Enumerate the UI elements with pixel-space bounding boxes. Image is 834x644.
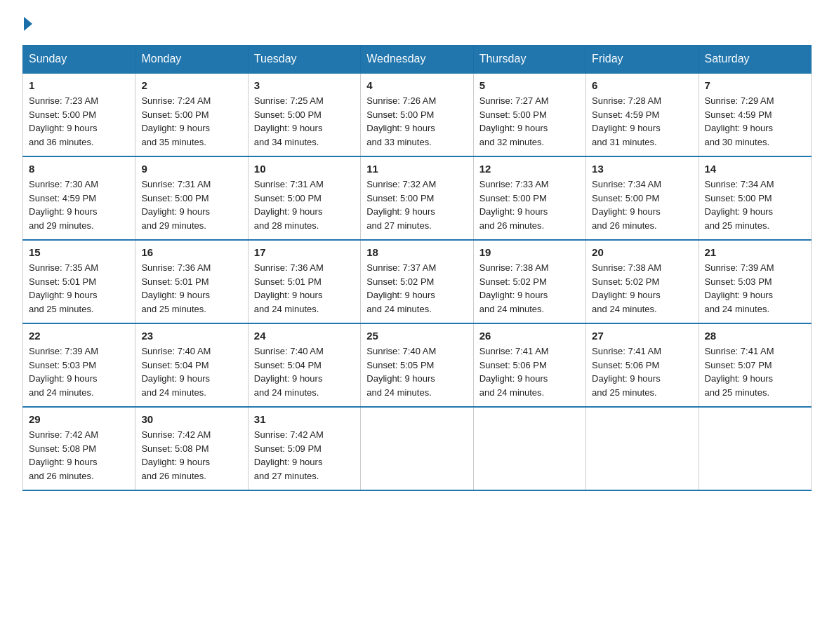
page-header — [22, 17, 812, 31]
calendar-cell: 6Sunrise: 7:28 AMSunset: 4:59 PMDaylight… — [586, 73, 699, 156]
calendar-cell: 17Sunrise: 7:36 AMSunset: 5:01 PMDayligh… — [248, 240, 360, 323]
day-info: Sunrise: 7:40 AMSunset: 5:04 PMDaylight:… — [254, 344, 355, 399]
day-info: Sunrise: 7:39 AMSunset: 5:03 PMDaylight:… — [705, 261, 805, 316]
day-info: Sunrise: 7:23 AMSunset: 5:00 PMDaylight:… — [29, 94, 129, 149]
calendar-cell: 5Sunrise: 7:27 AMSunset: 5:00 PMDaylight… — [473, 73, 585, 156]
calendar-cell: 10Sunrise: 7:31 AMSunset: 5:00 PMDayligh… — [248, 156, 360, 240]
day-number: 22 — [29, 330, 129, 342]
day-number: 28 — [705, 330, 805, 342]
day-info: Sunrise: 7:26 AMSunset: 5:00 PMDaylight:… — [366, 94, 467, 149]
day-number: 16 — [141, 246, 241, 258]
day-info: Sunrise: 7:24 AMSunset: 5:00 PMDaylight:… — [141, 94, 241, 149]
day-number: 27 — [592, 330, 692, 342]
day-number: 25 — [366, 330, 467, 342]
day-number: 7 — [705, 79, 805, 91]
day-number: 2 — [141, 79, 241, 91]
calendar-week-1: 1Sunrise: 7:23 AMSunset: 5:00 PMDaylight… — [23, 73, 812, 156]
calendar-cell: 12Sunrise: 7:33 AMSunset: 5:00 PMDayligh… — [473, 156, 585, 240]
calendar-cell: 30Sunrise: 7:42 AMSunset: 5:08 PMDayligh… — [135, 407, 248, 490]
day-info: Sunrise: 7:42 AMSunset: 5:09 PMDaylight:… — [254, 428, 355, 483]
day-number: 9 — [141, 163, 241, 175]
day-number: 3 — [254, 79, 355, 91]
day-info: Sunrise: 7:31 AMSunset: 5:00 PMDaylight:… — [254, 177, 355, 232]
day-info: Sunrise: 7:40 AMSunset: 5:04 PMDaylight:… — [141, 344, 241, 399]
day-number: 12 — [479, 163, 580, 175]
calendar-cell: 8Sunrise: 7:30 AMSunset: 4:59 PMDaylight… — [23, 156, 135, 240]
header-friday: Friday — [586, 46, 699, 74]
day-number: 11 — [366, 163, 467, 175]
day-info: Sunrise: 7:38 AMSunset: 5:02 PMDaylight:… — [479, 261, 580, 316]
day-info: Sunrise: 7:41 AMSunset: 5:06 PMDaylight:… — [592, 344, 692, 399]
day-info: Sunrise: 7:41 AMSunset: 5:07 PMDaylight:… — [705, 344, 805, 399]
calendar-cell: 31Sunrise: 7:42 AMSunset: 5:09 PMDayligh… — [248, 407, 360, 490]
day-number: 8 — [29, 163, 129, 175]
day-number: 15 — [29, 246, 129, 258]
day-number: 31 — [254, 413, 355, 425]
day-info: Sunrise: 7:30 AMSunset: 4:59 PMDaylight:… — [29, 177, 129, 232]
day-info: Sunrise: 7:41 AMSunset: 5:06 PMDaylight:… — [479, 344, 580, 399]
header-thursday: Thursday — [473, 46, 585, 74]
calendar-cell: 3Sunrise: 7:25 AMSunset: 5:00 PMDaylight… — [248, 73, 360, 156]
logo — [22, 17, 34, 31]
calendar-week-4: 22Sunrise: 7:39 AMSunset: 5:03 PMDayligh… — [23, 323, 812, 407]
day-info: Sunrise: 7:39 AMSunset: 5:03 PMDaylight:… — [29, 344, 129, 399]
calendar-cell — [361, 407, 473, 490]
day-number: 24 — [254, 330, 355, 342]
calendar-cell: 26Sunrise: 7:41 AMSunset: 5:06 PMDayligh… — [473, 323, 585, 407]
day-number: 14 — [705, 163, 805, 175]
logo-arrow-icon — [24, 17, 32, 31]
day-number: 6 — [592, 79, 692, 91]
calendar-cell: 2Sunrise: 7:24 AMSunset: 5:00 PMDaylight… — [135, 73, 248, 156]
header-saturday: Saturday — [699, 46, 811, 74]
day-number: 29 — [29, 413, 129, 425]
day-info: Sunrise: 7:34 AMSunset: 5:00 PMDaylight:… — [705, 177, 805, 232]
day-info: Sunrise: 7:42 AMSunset: 5:08 PMDaylight:… — [29, 428, 129, 483]
calendar-cell: 29Sunrise: 7:42 AMSunset: 5:08 PMDayligh… — [23, 407, 135, 490]
calendar-week-3: 15Sunrise: 7:35 AMSunset: 5:01 PMDayligh… — [23, 240, 812, 323]
calendar-cell: 11Sunrise: 7:32 AMSunset: 5:00 PMDayligh… — [361, 156, 473, 240]
calendar-cell: 13Sunrise: 7:34 AMSunset: 5:00 PMDayligh… — [586, 156, 699, 240]
day-info: Sunrise: 7:34 AMSunset: 5:00 PMDaylight:… — [592, 177, 692, 232]
calendar-cell: 9Sunrise: 7:31 AMSunset: 5:00 PMDaylight… — [135, 156, 248, 240]
calendar-cell: 14Sunrise: 7:34 AMSunset: 5:00 PMDayligh… — [699, 156, 811, 240]
calendar-cell: 4Sunrise: 7:26 AMSunset: 5:00 PMDaylight… — [361, 73, 473, 156]
calendar-week-2: 8Sunrise: 7:30 AMSunset: 4:59 PMDaylight… — [23, 156, 812, 240]
day-info: Sunrise: 7:36 AMSunset: 5:01 PMDaylight:… — [141, 261, 241, 316]
day-number: 17 — [254, 246, 355, 258]
day-info: Sunrise: 7:36 AMSunset: 5:01 PMDaylight:… — [254, 261, 355, 316]
day-info: Sunrise: 7:42 AMSunset: 5:08 PMDaylight:… — [141, 428, 241, 483]
day-info: Sunrise: 7:33 AMSunset: 5:00 PMDaylight:… — [479, 177, 580, 232]
day-info: Sunrise: 7:28 AMSunset: 4:59 PMDaylight:… — [592, 94, 692, 149]
calendar-cell — [699, 407, 811, 490]
day-info: Sunrise: 7:38 AMSunset: 5:02 PMDaylight:… — [592, 261, 692, 316]
day-number: 18 — [366, 246, 467, 258]
calendar-cell: 21Sunrise: 7:39 AMSunset: 5:03 PMDayligh… — [699, 240, 811, 323]
calendar-cell: 1Sunrise: 7:23 AMSunset: 5:00 PMDaylight… — [23, 73, 135, 156]
calendar-cell: 19Sunrise: 7:38 AMSunset: 5:02 PMDayligh… — [473, 240, 585, 323]
day-number: 20 — [592, 246, 692, 258]
day-number: 26 — [479, 330, 580, 342]
day-number: 30 — [141, 413, 241, 425]
day-info: Sunrise: 7:27 AMSunset: 5:00 PMDaylight:… — [479, 94, 580, 149]
day-number: 21 — [705, 246, 805, 258]
day-info: Sunrise: 7:25 AMSunset: 5:00 PMDaylight:… — [254, 94, 355, 149]
day-info: Sunrise: 7:29 AMSunset: 4:59 PMDaylight:… — [705, 94, 805, 149]
day-number: 23 — [141, 330, 241, 342]
calendar-cell: 15Sunrise: 7:35 AMSunset: 5:01 PMDayligh… — [23, 240, 135, 323]
day-number: 5 — [479, 79, 580, 91]
day-info: Sunrise: 7:32 AMSunset: 5:00 PMDaylight:… — [366, 177, 467, 232]
calendar-cell: 25Sunrise: 7:40 AMSunset: 5:05 PMDayligh… — [361, 323, 473, 407]
header-wednesday: Wednesday — [361, 46, 473, 74]
calendar-cell — [473, 407, 585, 490]
day-info: Sunrise: 7:40 AMSunset: 5:05 PMDaylight:… — [366, 344, 467, 399]
day-info: Sunrise: 7:31 AMSunset: 5:00 PMDaylight:… — [141, 177, 241, 232]
day-number: 13 — [592, 163, 692, 175]
header-sunday: Sunday — [23, 46, 135, 74]
calendar-header-row: SundayMondayTuesdayWednesdayThursdayFrid… — [23, 46, 812, 74]
calendar-cell: 18Sunrise: 7:37 AMSunset: 5:02 PMDayligh… — [361, 240, 473, 323]
day-info: Sunrise: 7:37 AMSunset: 5:02 PMDaylight:… — [366, 261, 467, 316]
day-number: 10 — [254, 163, 355, 175]
calendar-cell: 7Sunrise: 7:29 AMSunset: 4:59 PMDaylight… — [699, 73, 811, 156]
calendar-table: SundayMondayTuesdayWednesdayThursdayFrid… — [22, 45, 812, 491]
calendar-cell: 24Sunrise: 7:40 AMSunset: 5:04 PMDayligh… — [248, 323, 360, 407]
